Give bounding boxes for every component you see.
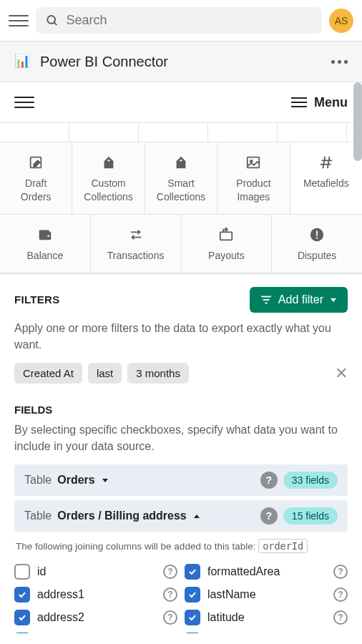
help-icon[interactable]: ? [163, 565, 177, 579]
field-row: lastName? [185, 583, 348, 606]
add-filter-button[interactable]: Add filter [250, 287, 348, 313]
tile-label: ProductImages [220, 177, 286, 204]
tile-product-images[interactable]: ProductImages [217, 142, 290, 215]
help-icon[interactable]: ? [260, 507, 278, 525]
main-menu-button[interactable] [9, 11, 29, 31]
field-name: address1 [37, 588, 156, 601]
filter-chip[interactable]: 3 months [127, 363, 189, 384]
table-prefix: Table [24, 474, 52, 487]
fields-heading: FIELDS [14, 404, 348, 416]
svg-point-17 [316, 237, 318, 238]
tile-custom-collections[interactable]: CustomCollections [72, 142, 145, 215]
field-name: formattedArea [207, 565, 326, 578]
field-count-badge: 33 fields [283, 472, 338, 489]
table-prefix: Table [24, 509, 52, 522]
table-orders-bar[interactable]: Table Orders ? 33 fields [14, 464, 348, 496]
tile-label: Balance [3, 249, 87, 263]
table-billing-bar[interactable]: Table Orders / Billing address ? 15 fiel… [14, 500, 348, 532]
tab-empty[interactable] [69, 123, 139, 142]
tile-payouts[interactable]: Payouts [182, 215, 273, 273]
field-name: lastName [207, 588, 326, 601]
filter-icon [260, 293, 273, 306]
table-name: Orders [57, 474, 94, 487]
tile-metafields[interactable]: Metafields [290, 142, 362, 215]
svg-line-9 [323, 157, 325, 169]
help-icon[interactable]: ? [333, 610, 348, 625]
field-row: city? [14, 629, 177, 633]
checkbox-checked[interactable] [185, 587, 200, 602]
join-note: The following joining columns will be ad… [14, 536, 348, 560]
search-input[interactable] [66, 13, 312, 28]
tile-disputes[interactable]: Disputes [272, 215, 362, 273]
table-name: Orders / Billing address [57, 509, 187, 522]
field-count-badge: 15 fields [283, 507, 338, 525]
svg-point-3 [107, 160, 109, 162]
checkbox-checked[interactable] [185, 610, 200, 625]
panel-menu-button[interactable] [14, 92, 34, 112]
tile-label: Transactions [94, 249, 178, 263]
field-row: address1? [14, 583, 177, 606]
fields-description: By selecting specific checkboxes, specif… [14, 421, 348, 454]
payout-icon [185, 226, 269, 243]
upper-tab-strip [0, 123, 362, 142]
field-row: id? [14, 560, 177, 583]
chevron-up-icon [192, 512, 201, 520]
tile-label: DraftOrders [3, 177, 69, 204]
tile-transactions[interactable]: Transactions [91, 215, 182, 273]
tab-empty[interactable] [139, 123, 208, 142]
field-row: formattedArea? [185, 560, 348, 583]
svg-point-6 [250, 160, 253, 162]
tile-label: Metafields [293, 177, 359, 190]
svg-point-0 [47, 16, 55, 24]
transfer-icon [94, 226, 178, 243]
tile-draft-orders[interactable]: DraftOrders [0, 142, 72, 215]
tab-empty[interactable] [278, 123, 347, 142]
help-icon[interactable]: ? [260, 472, 278, 489]
field-name: latitude [207, 611, 326, 624]
clear-filter-button[interactable]: ✕ [335, 366, 348, 381]
help-icon[interactable]: ? [333, 565, 348, 579]
tile-label: Payouts [185, 249, 269, 263]
field-row: longitude? [185, 629, 348, 633]
tile-label: CustomCollections [75, 177, 141, 204]
help-icon[interactable]: ? [163, 610, 177, 625]
checkbox-checked[interactable] [185, 564, 200, 580]
tag-icon [75, 154, 141, 171]
draft-icon [3, 154, 69, 171]
checkbox-unchecked[interactable] [14, 564, 30, 580]
svg-rect-12 [39, 230, 49, 233]
more-button[interactable] [331, 60, 348, 64]
image-icon [220, 154, 286, 171]
filter-chip[interactable]: Created At [14, 363, 82, 384]
field-name: address2 [37, 611, 156, 624]
checkbox-checked[interactable] [14, 633, 30, 633]
svg-point-4 [180, 160, 182, 162]
checkbox-checked[interactable] [14, 610, 30, 625]
filter-chip[interactable]: last [88, 363, 122, 384]
chevron-down-icon [101, 476, 109, 484]
avatar[interactable]: AS [329, 9, 353, 33]
app-title: Power BI Connector [40, 54, 331, 70]
field-row: latitude? [185, 606, 348, 629]
scrollbar[interactable] [353, 82, 362, 161]
alert-icon [275, 226, 359, 243]
checkbox-checked[interactable] [185, 633, 200, 633]
menu-dropdown[interactable]: Menu [291, 95, 348, 110]
search-box[interactable] [36, 7, 322, 34]
chevron-down-icon [329, 296, 338, 304]
checkbox-checked[interactable] [14, 587, 30, 602]
join-column-code: orderId [258, 539, 308, 553]
svg-line-10 [328, 157, 330, 169]
tag-icon [148, 154, 214, 171]
svg-rect-16 [316, 230, 318, 235]
field-name: id [37, 565, 156, 578]
help-icon[interactable]: ? [333, 587, 348, 602]
tab-empty[interactable] [0, 123, 69, 142]
tile-smart-collections[interactable]: SmartCollections [145, 142, 217, 215]
tab-empty[interactable] [208, 123, 278, 142]
menu-label: Menu [314, 95, 348, 110]
filters-heading: FILTERS [14, 293, 59, 306]
app-logo-icon: 📊 [14, 53, 31, 70]
help-icon[interactable]: ? [163, 587, 177, 602]
tile-balance[interactable]: Balance [0, 215, 91, 273]
